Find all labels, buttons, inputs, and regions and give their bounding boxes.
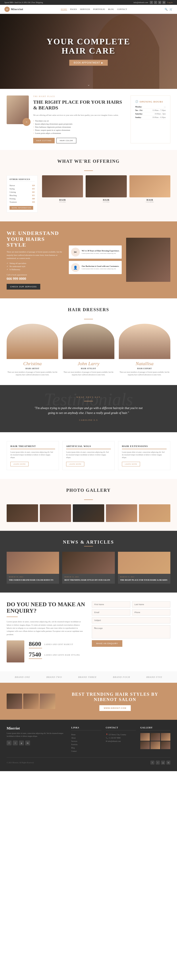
dresser-natallisa: Natallisa HAIR EXPERT There are most mem…: [119, 324, 171, 376]
gallery-item-1[interactable]: [6, 504, 38, 522]
footer-gallery-3[interactable]: [161, 733, 171, 741]
cutting-label: HAIR: [85, 199, 127, 201]
stats-container: 8600 Ladies and Gent Haircut 7540 Ladies…: [6, 640, 85, 662]
enquiry-section: DO YOU NEED TO MAKE AN ENQUIRY? Lorem ip…: [0, 593, 177, 671]
gallery-grid: [6, 504, 171, 522]
nav-pages[interactable]: Pages: [70, 8, 77, 10]
footer-bottom: © 2021 Miorriot. All Rights Reserved. f …: [6, 757, 171, 765]
gallery-item-3[interactable]: [73, 504, 104, 522]
learn-more-extensions[interactable]: LEARN MORE: [122, 462, 140, 466]
logo[interactable]: M Miorriot: [5, 6, 23, 12]
footer-social: f t g in: [6, 740, 67, 745]
service-row: Haircut$20: [10, 184, 35, 187]
service-card-desc-1: Lorem ipsum dolor sit amet, consectetur …: [10, 451, 55, 459]
dressers-title: HAIR DRESSERS: [6, 307, 171, 312]
footer-gallery-2[interactable]: [150, 733, 160, 741]
more-info-button[interactable]: MORE INFORMATION: [10, 206, 33, 210]
bottom-facebook-icon[interactable]: f: [150, 760, 154, 765]
search-icon[interactable]: 🔍: [165, 8, 168, 11]
service-row: Coloring$45: [10, 191, 35, 194]
stat-label-1: Ladies and Gent Haircut: [44, 643, 73, 646]
book-appointment-button[interactable]: BOOK APPOINTMENT ▶: [69, 60, 108, 66]
list-item: Lorem proin adipis a elementum: [33, 132, 126, 135]
style-card-title: We've 30 Years of Hair Dressing Experien…: [82, 250, 119, 252]
trending-images: [6, 694, 55, 709]
footer-twitter-icon[interactable]: t: [13, 740, 18, 745]
stat-styling: 7540 Ladies and Gents Hair Styling: [29, 651, 80, 659]
footer-gallery-5[interactable]: [150, 741, 160, 749]
footer-desc: Lorem ipsum dolor sit amet, consectetur …: [6, 732, 67, 738]
footer-facebook-icon[interactable]: f: [6, 740, 11, 745]
footer-gallery: [140, 733, 171, 749]
hair-style-image: [126, 238, 171, 282]
list-item: Duis habitasse dignissim pretium element…: [33, 126, 126, 129]
service-row: Styling$35: [10, 187, 35, 191]
gallery-item-5[interactable]: [139, 504, 171, 522]
brand-4: Brand Four: [113, 676, 130, 678]
right-place-main: ✂ THE RIGHT PLACE THE RIGHT PLACE FOR YO…: [6, 95, 126, 143]
footer-link-contact[interactable]: Contact: [71, 749, 101, 753]
right-place-actions: HAIR CUTTING HAIR COLOR: [33, 138, 126, 143]
top-bar-email: info@nibonit.com: [134, 1, 148, 3]
footer-gallery-1[interactable]: [140, 733, 150, 741]
footer-contact-col: CONTACT 📍 123 Street, City, Country 📞 +1…: [106, 726, 136, 753]
phone-input[interactable]: [132, 609, 171, 616]
login-link[interactable]: Log in: [167, 1, 172, 3]
footer-link-about[interactable]: About: [71, 736, 101, 740]
footer-bottom-social: f t g in: [150, 760, 171, 765]
last-name-input[interactable]: [132, 601, 171, 608]
submit-enquiry-button[interactable]: MAKE AN ENQUIRY: [92, 640, 122, 647]
enquiry-right: MAKE AN ENQUIRY: [92, 601, 171, 662]
nav-home[interactable]: Home: [61, 8, 67, 11]
brand-1: Brand One: [15, 676, 30, 678]
hero-title: YOUR COMPLETEHAIR CARE: [47, 37, 130, 56]
gallery-item-2[interactable]: [40, 504, 71, 522]
footer-link-portfolio[interactable]: Portfolio: [71, 743, 101, 746]
footer-link-blog[interactable]: Blog: [71, 746, 101, 749]
footer-gallery-4[interactable]: [140, 741, 150, 749]
first-name-input[interactable]: [92, 601, 130, 608]
trending-btn[interactable]: www.nibonit.com: [99, 705, 131, 711]
facebook-icon[interactable]: f: [150, 1, 153, 4]
subject-input[interactable]: [92, 617, 171, 624]
other-services-panel: OTHER SERVICES Haircut$20 Styling$35 Col…: [6, 175, 38, 213]
bottom-google-icon[interactable]: g: [161, 760, 165, 765]
google-icon[interactable]: g: [158, 1, 161, 4]
cart-icon[interactable]: 🛒: [169, 8, 172, 11]
nav-portfolio[interactable]: Portfolio: [93, 8, 105, 10]
nav-blog[interactable]: Blog: [108, 8, 114, 10]
right-place-image: ✂: [6, 95, 29, 124]
gallery-item-4[interactable]: [106, 504, 137, 522]
linkedin-icon[interactable]: in: [163, 1, 166, 4]
footer-linkedin-icon[interactable]: in: [25, 740, 30, 745]
services-grid: HAIR TREATMENT Lorem ipsum dolor sit ame…: [6, 441, 171, 470]
learn-more-wigs[interactable]: LEARN MORE: [66, 462, 84, 466]
news-card-body-3: March 15, 2021 THE RIGHT PLACE FOR YOUR …: [118, 574, 171, 584]
nav-contact[interactable]: Contact: [117, 8, 127, 10]
footer-link-services[interactable]: Services: [71, 740, 101, 743]
message-textarea[interactable]: [92, 625, 171, 638]
footer-gallery-6[interactable]: [161, 741, 171, 749]
dresser-img-2: [63, 324, 114, 359]
style-card-text: We've 30 Years of Hair Dressing Experien…: [82, 250, 119, 255]
hair-cutting-button[interactable]: HAIR CUTTING: [33, 138, 55, 143]
footer-grid: Miorriot Lorem ipsum dolor sit amet, con…: [6, 726, 171, 753]
footer-link-home[interactable]: Home: [71, 733, 101, 736]
bottom-twitter-icon[interactable]: t: [156, 760, 160, 765]
learn-more-treatment[interactable]: LEARN MORE: [10, 462, 29, 466]
header: M Miorriot Home Pages Services Portfolio…: [0, 5, 177, 14]
gallery-title: PHOTO GALLERY: [6, 488, 171, 493]
news-date-2: March 15, 2021: [64, 576, 113, 578]
hair-color-button[interactable]: HAIR COLOR: [56, 138, 76, 143]
email-input[interactable]: [92, 609, 130, 616]
service-row: Perming$40: [10, 197, 35, 200]
check-services-button[interactable]: CHECK OUR SERVICES: [6, 284, 40, 290]
dresser-img-inner-3: [119, 324, 171, 359]
footer-google-icon[interactable]: g: [19, 740, 24, 745]
top-bar: Spend $80+ And Get A 10% Off | Free Ship…: [0, 0, 177, 5]
other-services-title: OTHER SERVICES: [10, 178, 35, 182]
bottom-linkedin-icon[interactable]: in: [166, 760, 171, 765]
twitter-icon[interactable]: t: [154, 1, 157, 4]
enquiry-left: DO YOU NEED TO MAKE AN ENQUIRY? Lorem ip…: [6, 601, 85, 662]
nav-services[interactable]: Services: [80, 8, 90, 10]
